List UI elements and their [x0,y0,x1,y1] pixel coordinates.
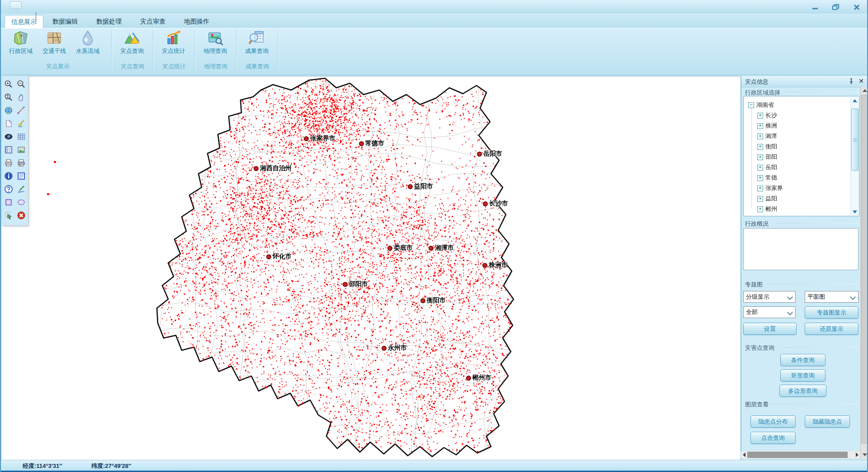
image-export-tool[interactable] [15,143,28,156]
ribbon-group-label: 灾点查询 [112,62,153,71]
map-city-label: 衡阳市 [420,296,446,305]
paint-brush-tool[interactable] [15,117,28,130]
tree-node-city[interactable]: +郴州 [757,204,777,214]
tab-data-process[interactable]: 数据处理 [90,15,128,28]
expand-icon[interactable]: + [757,186,763,191]
tree-node-city[interactable]: +邵阳 [757,152,777,162]
scroll-thumb[interactable] [861,95,868,443]
signature-pen-tool[interactable] [15,182,28,195]
ribbon-button-label: 地理查询 [199,47,231,55]
tab-data-edit[interactable]: 数据编辑 [46,15,85,28]
pin-icon[interactable] [847,77,855,86]
tree-node-city[interactable]: +益阳 [757,194,777,204]
tree-node-city[interactable]: +岳阳 [757,162,777,172]
ribbon-button-point-stats[interactable]: 灾点统计 [157,29,190,62]
tab-info-display[interactable]: 信息展示 [5,15,43,28]
scroll-thumb[interactable] [747,452,848,458]
region-tree: −湖南省 +长沙 +株洲 +湘潭 +衡阳 +邵阳 +岳阳 +常德 +张家界 +益… [743,96,859,216]
condition-query-button[interactable]: 条件查询 [780,354,826,366]
zoom-in-tool[interactable] [2,77,15,91]
quick-access-box[interactable] [10,1,22,9]
expand-icon[interactable]: + [757,175,763,181]
close-icon[interactable]: ✕ [857,77,865,85]
ribbon-button-water[interactable]: 水系流域 [71,29,104,62]
minimize-button[interactable] [808,3,822,12]
help-tool[interactable] [2,182,15,195]
scroll-up-icon[interactable] [851,97,859,104]
ellipse-select-tool[interactable] [15,195,28,209]
scroll-thumb[interactable] [851,109,859,171]
delete-tool[interactable] [15,209,28,222]
city-marker-icon [482,263,487,268]
expand-icon[interactable]: + [757,133,763,139]
tree-scrollbar[interactable] [850,97,859,215]
settings-button[interactable]: 设置 [743,323,797,335]
scroll-down-icon[interactable] [861,451,868,458]
tree-node-root[interactable]: −湖南省 [748,100,774,110]
ribbon-button-geo-query[interactable]: 地理查询 [199,29,231,62]
scroll-left-icon[interactable] [741,451,747,458]
ribbon-group-label: 灾点统计 [154,62,194,71]
ribbon-button-region[interactable]: 行政区域 [5,29,37,62]
rect-select-tool[interactable] [2,195,15,209]
scroll-up-icon[interactable] [861,87,868,94]
longitude-readout: 经度:114°3′31″ [23,462,62,470]
tree-node-city[interactable]: +长沙 [757,110,777,120]
grid-table-tool[interactable] [15,130,28,143]
scroll-down-icon[interactable] [851,208,859,215]
reset-display-button[interactable]: 还原显示 [805,323,859,335]
expand-icon[interactable]: + [757,144,763,150]
tab-map-operate[interactable]: 地图操作 [177,15,216,28]
ribbon-button-label: 成果查询 [241,47,273,55]
thematic-show-button[interactable]: 专题图显示 [805,306,859,319]
tree-node-city[interactable]: +株洲 [757,121,777,131]
polygon-query-button[interactable]: 多边形查询 [779,385,826,397]
restore-button[interactable] [829,3,843,12]
tab-point-review[interactable]: 灾点审查 [133,15,172,28]
ribbon-separator [153,30,153,73]
blank-page-tool[interactable] [2,117,15,130]
zoom-out-tool[interactable] [15,77,28,91]
expand-icon[interactable]: + [757,196,763,202]
click-query-button[interactable]: 点击查询 [750,432,796,444]
panel-horizontal-scrollbar[interactable] [741,451,860,458]
print-color-tool[interactable] [15,156,28,169]
zoom-extent-tool[interactable] [2,91,15,104]
tree-node-city[interactable]: +张家界 [757,183,783,193]
map-type-combo[interactable]: 平面图 [805,291,859,303]
ribbon-button-point-query[interactable]: 灾点查询 [116,29,148,62]
panel-vertical-scrollbar[interactable] [860,87,868,458]
eye-tool[interactable] [2,130,15,143]
ribbon-button-label: 灾点统计 [157,47,190,55]
pointer-select-tool[interactable] [2,209,15,222]
layout-window-tool[interactable] [2,143,15,156]
city-marker-icon [420,298,425,303]
scope-combo[interactable]: 全部 [743,306,796,318]
expand-icon[interactable]: + [757,206,763,212]
hazard-distribution-button[interactable]: 隐患点分布 [750,415,796,428]
expand-icon[interactable]: + [757,165,763,171]
print-tool[interactable] [2,156,15,169]
tree-node-city[interactable]: +衡阳 [757,142,777,152]
pan-tool[interactable] [15,91,28,104]
title-bar [1,0,867,14]
close-window-button[interactable] [850,3,863,12]
expand-icon[interactable]: + [757,113,763,119]
tree-connector [751,105,752,207]
framed-window-tool[interactable] [15,169,28,182]
globe-tool[interactable] [2,104,15,117]
collapse-icon[interactable]: − [748,102,754,108]
hide-hazard-button[interactable]: 隐藏隐患点 [805,415,850,428]
ribbon-button-result-query[interactable]: 成果查询 [241,29,273,62]
expand-icon[interactable]: + [757,154,763,160]
ribbon-button-traffic[interactable]: 交通干线 [38,29,71,62]
scroll-right-icon[interactable] [854,451,860,458]
measure-line-tool[interactable] [15,104,28,117]
overview-textbox[interactable] [743,228,859,270]
expand-icon[interactable]: + [757,123,763,129]
tree-node-city[interactable]: +湘潭 [757,131,777,141]
rectangle-query-button[interactable]: 矩形查询 [780,369,826,381]
info-tool[interactable] [2,169,15,182]
tree-node-city[interactable]: +常德 [757,173,777,183]
level-display-combo[interactable]: 分级显示 [743,291,796,303]
